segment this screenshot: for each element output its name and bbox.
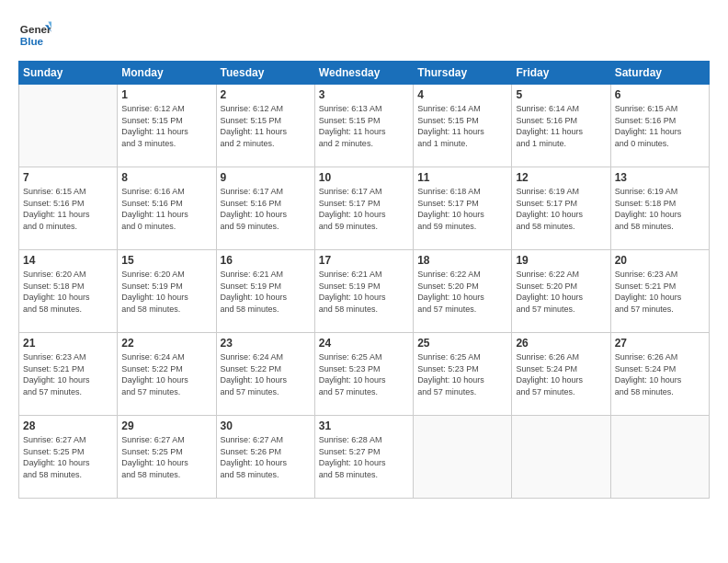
- calendar-cell: 23Sunrise: 6:24 AM Sunset: 5:22 PM Dayli…: [216, 333, 314, 416]
- day-number: 5: [516, 88, 606, 101]
- column-header-thursday: Thursday: [414, 62, 512, 85]
- day-number: 2: [221, 88, 311, 101]
- day-info: Sunrise: 6:23 AM Sunset: 5:21 PM Dayligh…: [23, 351, 113, 397]
- calendar-week-4: 21Sunrise: 6:23 AM Sunset: 5:21 PM Dayli…: [19, 333, 710, 416]
- calendar-cell: 3Sunrise: 6:13 AM Sunset: 5:15 PM Daylig…: [314, 85, 413, 167]
- day-number: 28: [23, 419, 113, 432]
- day-number: 3: [319, 88, 409, 101]
- day-info: Sunrise: 6:25 AM Sunset: 5:23 PM Dayligh…: [417, 351, 507, 397]
- day-number: 30: [221, 419, 311, 432]
- page-header: General Blue: [18, 18, 710, 52]
- day-info: Sunrise: 6:17 AM Sunset: 5:17 PM Dayligh…: [319, 186, 409, 232]
- day-info: Sunrise: 6:26 AM Sunset: 5:24 PM Dayligh…: [516, 351, 606, 397]
- calendar-cell: 27Sunrise: 6:26 AM Sunset: 5:24 PM Dayli…: [610, 333, 709, 416]
- calendar-week-2: 7Sunrise: 6:15 AM Sunset: 5:16 PM Daylig…: [19, 167, 710, 250]
- day-number: 31: [319, 419, 409, 432]
- day-number: 6: [615, 88, 705, 101]
- calendar-cell: 31Sunrise: 6:28 AM Sunset: 5:27 PM Dayli…: [314, 416, 413, 499]
- day-info: Sunrise: 6:17 AM Sunset: 5:16 PM Dayligh…: [221, 186, 311, 232]
- calendar-cell: 4Sunrise: 6:14 AM Sunset: 5:15 PM Daylig…: [414, 85, 512, 167]
- logo: General Blue: [18, 18, 51, 52]
- day-number: 9: [221, 171, 311, 184]
- day-number: 11: [417, 171, 507, 184]
- column-header-friday: Friday: [512, 62, 610, 85]
- column-header-monday: Monday: [118, 62, 216, 85]
- day-number: 21: [23, 337, 113, 350]
- day-number: 1: [121, 88, 211, 101]
- calendar-cell: 12Sunrise: 6:19 AM Sunset: 5:17 PM Dayli…: [512, 167, 610, 250]
- day-info: Sunrise: 6:27 AM Sunset: 5:25 PM Dayligh…: [23, 434, 113, 480]
- calendar-week-5: 28Sunrise: 6:27 AM Sunset: 5:25 PM Dayli…: [19, 416, 710, 499]
- day-number: 19: [516, 254, 606, 267]
- day-info: Sunrise: 6:15 AM Sunset: 5:16 PM Dayligh…: [23, 186, 113, 232]
- day-number: 4: [417, 88, 507, 101]
- calendar-cell: 8Sunrise: 6:16 AM Sunset: 5:16 PM Daylig…: [118, 167, 216, 250]
- column-header-wednesday: Wednesday: [314, 62, 413, 85]
- calendar-cell: 10Sunrise: 6:17 AM Sunset: 5:17 PM Dayli…: [314, 167, 413, 250]
- day-info: Sunrise: 6:19 AM Sunset: 5:18 PM Dayligh…: [615, 186, 705, 232]
- day-info: Sunrise: 6:25 AM Sunset: 5:23 PM Dayligh…: [319, 351, 409, 397]
- day-info: Sunrise: 6:19 AM Sunset: 5:17 PM Dayligh…: [516, 186, 606, 232]
- calendar-week-3: 14Sunrise: 6:20 AM Sunset: 5:18 PM Dayli…: [19, 250, 710, 333]
- svg-text:General: General: [20, 23, 51, 35]
- column-header-tuesday: Tuesday: [216, 62, 314, 85]
- day-info: Sunrise: 6:20 AM Sunset: 5:19 PM Dayligh…: [121, 269, 211, 315]
- day-info: Sunrise: 6:22 AM Sunset: 5:20 PM Dayligh…: [417, 269, 507, 315]
- calendar-cell: 21Sunrise: 6:23 AM Sunset: 5:21 PM Dayli…: [19, 333, 118, 416]
- day-number: 27: [615, 337, 705, 350]
- day-info: Sunrise: 6:14 AM Sunset: 5:15 PM Dayligh…: [417, 103, 507, 149]
- calendar-cell: [19, 85, 118, 167]
- calendar-cell: 5Sunrise: 6:14 AM Sunset: 5:16 PM Daylig…: [512, 85, 610, 167]
- day-number: 29: [121, 419, 211, 432]
- day-number: 17: [319, 254, 409, 267]
- day-number: 22: [121, 337, 211, 350]
- calendar-cell: 28Sunrise: 6:27 AM Sunset: 5:25 PM Dayli…: [19, 416, 118, 499]
- svg-text:Blue: Blue: [20, 35, 44, 47]
- calendar-cell: [512, 416, 610, 499]
- calendar-cell: [610, 416, 709, 499]
- day-info: Sunrise: 6:15 AM Sunset: 5:16 PM Dayligh…: [615, 103, 705, 149]
- calendar-cell: 22Sunrise: 6:24 AM Sunset: 5:22 PM Dayli…: [118, 333, 216, 416]
- calendar-cell: 20Sunrise: 6:23 AM Sunset: 5:21 PM Dayli…: [610, 250, 709, 333]
- day-number: 10: [319, 171, 409, 184]
- day-info: Sunrise: 6:14 AM Sunset: 5:16 PM Dayligh…: [516, 103, 606, 149]
- day-number: 13: [615, 171, 705, 184]
- day-info: Sunrise: 6:12 AM Sunset: 5:15 PM Dayligh…: [221, 103, 311, 149]
- day-number: 7: [23, 171, 113, 184]
- calendar-cell: 6Sunrise: 6:15 AM Sunset: 5:16 PM Daylig…: [610, 85, 709, 167]
- calendar-cell: 30Sunrise: 6:27 AM Sunset: 5:26 PM Dayli…: [216, 416, 314, 499]
- logo-icon: General Blue: [18, 18, 51, 52]
- day-info: Sunrise: 6:21 AM Sunset: 5:19 PM Dayligh…: [319, 269, 409, 315]
- calendar-table: SundayMondayTuesdayWednesdayThursdayFrid…: [18, 61, 710, 499]
- calendar-cell: 7Sunrise: 6:15 AM Sunset: 5:16 PM Daylig…: [19, 167, 118, 250]
- calendar-cell: [414, 416, 512, 499]
- day-info: Sunrise: 6:24 AM Sunset: 5:22 PM Dayligh…: [121, 351, 211, 397]
- day-number: 24: [319, 337, 409, 350]
- calendar-cell: 14Sunrise: 6:20 AM Sunset: 5:18 PM Dayli…: [19, 250, 118, 333]
- calendar-week-1: 1Sunrise: 6:12 AM Sunset: 5:15 PM Daylig…: [19, 85, 710, 167]
- calendar-cell: 29Sunrise: 6:27 AM Sunset: 5:25 PM Dayli…: [118, 416, 216, 499]
- day-info: Sunrise: 6:27 AM Sunset: 5:26 PM Dayligh…: [221, 434, 311, 480]
- calendar-cell: 25Sunrise: 6:25 AM Sunset: 5:23 PM Dayli…: [414, 333, 512, 416]
- day-number: 14: [23, 254, 113, 267]
- column-header-saturday: Saturday: [610, 62, 709, 85]
- calendar-cell: 13Sunrise: 6:19 AM Sunset: 5:18 PM Dayli…: [610, 167, 709, 250]
- day-info: Sunrise: 6:23 AM Sunset: 5:21 PM Dayligh…: [615, 269, 705, 315]
- day-info: Sunrise: 6:27 AM Sunset: 5:25 PM Dayligh…: [121, 434, 211, 480]
- day-info: Sunrise: 6:28 AM Sunset: 5:27 PM Dayligh…: [319, 434, 409, 480]
- day-number: 12: [516, 171, 606, 184]
- day-number: 25: [417, 337, 507, 350]
- calendar-cell: 1Sunrise: 6:12 AM Sunset: 5:15 PM Daylig…: [118, 85, 216, 167]
- calendar-cell: 9Sunrise: 6:17 AM Sunset: 5:16 PM Daylig…: [216, 167, 314, 250]
- calendar-cell: 16Sunrise: 6:21 AM Sunset: 5:19 PM Dayli…: [216, 250, 314, 333]
- calendar-cell: 24Sunrise: 6:25 AM Sunset: 5:23 PM Dayli…: [314, 333, 413, 416]
- day-info: Sunrise: 6:21 AM Sunset: 5:19 PM Dayligh…: [221, 269, 311, 315]
- calendar-cell: 19Sunrise: 6:22 AM Sunset: 5:20 PM Dayli…: [512, 250, 610, 333]
- day-number: 8: [121, 171, 211, 184]
- day-info: Sunrise: 6:18 AM Sunset: 5:17 PM Dayligh…: [417, 186, 507, 232]
- day-info: Sunrise: 6:13 AM Sunset: 5:15 PM Dayligh…: [319, 103, 409, 149]
- day-info: Sunrise: 6:16 AM Sunset: 5:16 PM Dayligh…: [121, 186, 211, 232]
- calendar-cell: 17Sunrise: 6:21 AM Sunset: 5:19 PM Dayli…: [314, 250, 413, 333]
- day-info: Sunrise: 6:26 AM Sunset: 5:24 PM Dayligh…: [615, 351, 705, 397]
- day-number: 15: [121, 254, 211, 267]
